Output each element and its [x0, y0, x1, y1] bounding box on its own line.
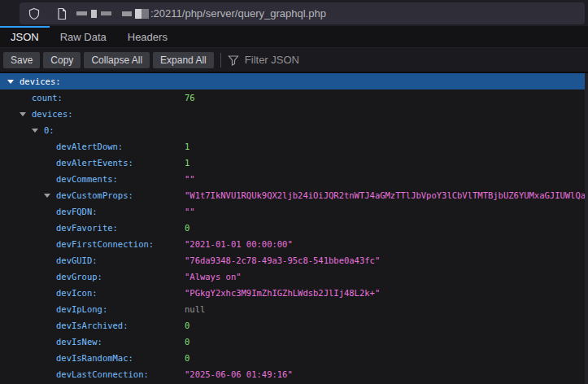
- browser-toolbar: :20211/php/server/query_graphql.php: [0, 0, 588, 26]
- tab-json[interactable]: JSON: [0, 26, 50, 47]
- json-key: count:: [32, 89, 63, 106]
- json-value: 0: [185, 350, 189, 366]
- json-row-devGUID[interactable]: devGUID:"76da9348-2c78-49a3-95c8-541bbe0…: [0, 252, 588, 268]
- scrollbar[interactable]: [585, 73, 588, 384]
- json-value: "Always on": [185, 268, 242, 285]
- json-value: 0: [185, 334, 189, 350]
- expand-all-button[interactable]: Expand All: [153, 52, 214, 68]
- tab-raw-data-label: Raw Data: [60, 31, 107, 43]
- redacted-host: [76, 9, 149, 19]
- json-row-devAlertDown[interactable]: devAlertDown:1: [0, 138, 588, 155]
- shield-icon[interactable]: [28, 7, 41, 20]
- filter-json-input[interactable]: [245, 54, 585, 66]
- json-key: devAlertEvents:: [56, 155, 133, 171]
- json-key: devCustomProps:: [56, 187, 133, 203]
- json-value: null: [185, 301, 205, 317]
- json-value: 76: [185, 89, 195, 106]
- collapse-arrow-icon[interactable]: [7, 80, 14, 84]
- netmonitor-tab-bar: JSON Raw Data Headers: [0, 26, 588, 48]
- json-key: devGroup:: [56, 268, 102, 285]
- json-toolbar: Save Copy Collapse All Expand All: [0, 48, 588, 72]
- json-row-devCustomProps[interactable]: devCustomProps:"W1t7IkNVU1RQUk9QX2ljb24i…: [0, 187, 588, 203]
- json-row-devIsArchived[interactable]: devIsArchived:0: [0, 317, 588, 334]
- json-key: devGUID:: [56, 252, 98, 268]
- page-icon[interactable]: [55, 7, 68, 20]
- json-value: 1: [185, 155, 189, 171]
- json-value: "": [185, 171, 195, 187]
- json-row-devFQDN[interactable]: devFQDN:"": [0, 203, 588, 220]
- json-row-devIsNew[interactable]: devIsNew:0: [0, 334, 588, 350]
- json-value: "2021-01-01 00:00:00": [185, 236, 293, 252]
- json-row-devIcon[interactable]: devIcon:"PGkgY2xhc3M9ImZhIGZhLWdsb2JlIj4…: [0, 285, 588, 301]
- json-key: devices:: [32, 106, 73, 122]
- json-value: 1: [185, 138, 189, 155]
- json-row-devAlertEvents[interactable]: devAlertEvents:1: [0, 155, 588, 171]
- collapse-arrow-icon[interactable]: [20, 112, 26, 116]
- json-value: "76da9348-2c78-49a3-95c8-541bbe0a43fc": [185, 252, 380, 268]
- json-row-devComments[interactable]: devComments:"": [0, 171, 588, 187]
- json-key: devComments:: [56, 171, 118, 187]
- tab-headers[interactable]: Headers: [117, 26, 178, 47]
- json-row-devices[interactable]: devices:: [0, 106, 588, 122]
- json-key: devIcon:: [56, 285, 98, 301]
- json-value: "PGkgY2xhc3M9ImZhIGZhLWdsb2JlIj48L2k+": [185, 285, 380, 301]
- json-key: devFirstConnection:: [56, 236, 154, 252]
- json-key: devAlertDown:: [56, 138, 123, 155]
- tab-raw-data[interactable]: Raw Data: [50, 26, 117, 47]
- json-key: devIsRandomMac:: [56, 350, 133, 366]
- url-text: :20211/php/server/query_graphql.php: [150, 7, 326, 20]
- json-key: devFavorite:: [56, 220, 118, 236]
- json-row-devices[interactable]: devices:: [0, 73, 588, 89]
- json-key: devLastConnection:: [56, 366, 149, 382]
- collapse-arrow-icon[interactable]: [44, 194, 50, 198]
- firefox-json-viewer-window: :20211/php/server/query_graphql.php JSON…: [0, 0, 588, 384]
- json-value: 0: [185, 220, 189, 236]
- json-key: devIpLong:: [56, 301, 107, 317]
- copy-button[interactable]: Copy: [43, 52, 81, 68]
- funnel-icon: [228, 55, 239, 66]
- json-row-0[interactable]: 0:: [0, 122, 588, 138]
- json-value: 0: [185, 317, 189, 334]
- json-value: "2025-06-06 01:49:16": [185, 366, 293, 382]
- collapse-all-button[interactable]: Collapse All: [84, 52, 150, 68]
- tab-headers-label: Headers: [128, 31, 168, 43]
- json-tree-panel: devices:count:76devices:0:devAlertDown:1…: [0, 72, 588, 384]
- json-value: "": [185, 203, 195, 220]
- json-key: devIsNew:: [56, 334, 102, 350]
- json-key: devFQDN:: [56, 203, 98, 220]
- collapse-arrow-icon[interactable]: [32, 129, 38, 133]
- json-row-devIpLong[interactable]: devIpLong:null: [0, 301, 588, 317]
- address-bar[interactable]: :20211/php/server/query_graphql.php: [20, 2, 585, 24]
- json-value: "W1t7IkNVU1RQUk9QX2ljb24iOiJQR2tnWTJ4aGM…: [185, 187, 588, 203]
- filter-container: [228, 54, 585, 66]
- json-row-devFirstConnection[interactable]: devFirstConnection:"2021-01-01 00:00:00": [0, 236, 588, 252]
- json-row-devIsRandomMac[interactable]: devIsRandomMac:0: [0, 350, 588, 366]
- save-button[interactable]: Save: [3, 52, 40, 68]
- json-key: devices:: [20, 73, 61, 89]
- json-row-count[interactable]: count:76: [0, 89, 588, 106]
- toolbar-separator: [220, 53, 221, 68]
- json-row-devGroup[interactable]: devGroup:"Always on": [0, 268, 588, 285]
- json-key: devIsArchived:: [56, 317, 128, 334]
- tab-json-label: JSON: [11, 31, 39, 43]
- json-key: 0:: [44, 122, 54, 138]
- json-row-devFavorite[interactable]: devFavorite:0: [0, 220, 588, 236]
- json-row-devLastConnection[interactable]: devLastConnection:"2025-06-06 01:49:16": [0, 366, 588, 382]
